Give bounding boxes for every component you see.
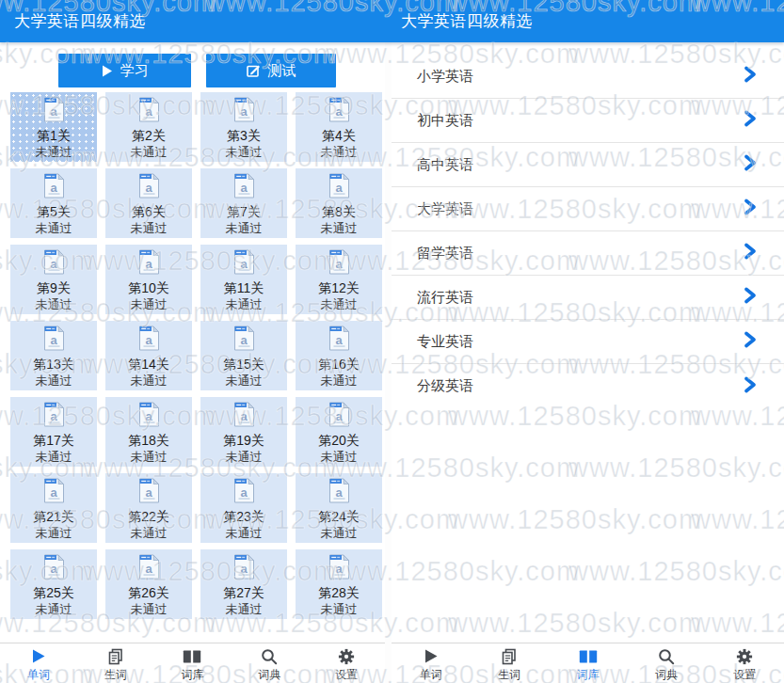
left-tab-search[interactable]: 词典 xyxy=(231,643,308,683)
level-cell[interactable]: a 第4关 未通过 xyxy=(296,92,382,162)
document-icon: a xyxy=(233,173,255,202)
left-tab-gear[interactable]: 设置 xyxy=(308,643,385,683)
screen: 大学英语四级精选 大学英语四级精选 学习 测试 xyxy=(0,0,784,683)
category-row[interactable]: 留学英语 xyxy=(392,231,784,276)
right-tab-search[interactable]: 词典 xyxy=(627,643,705,683)
tab-label: 单词 xyxy=(420,667,442,683)
left-tab-book[interactable]: 词库 xyxy=(154,643,232,683)
category-row[interactable]: 小学英语 xyxy=(392,55,784,99)
svg-text:a: a xyxy=(335,333,343,347)
level-status: 未通过 xyxy=(321,220,358,236)
svg-text:a: a xyxy=(50,104,57,119)
level-cell[interactable]: a 第16关 未通过 xyxy=(296,321,382,390)
pages-icon xyxy=(501,647,518,665)
test-button[interactable]: 测试 xyxy=(206,54,336,87)
category-label: 专业英语 xyxy=(417,333,473,351)
document-icon: a xyxy=(138,402,160,431)
level-name: 第26关 xyxy=(128,585,169,601)
level-name: 第24关 xyxy=(318,509,360,525)
level-status: 未通过 xyxy=(321,373,358,389)
document-icon: a xyxy=(233,97,255,126)
document-icon: a xyxy=(43,554,65,583)
right-tabbar: 单词 生词 词库 词典 设置 xyxy=(392,643,784,683)
chevron-right-icon xyxy=(744,154,757,175)
level-cell[interactable]: a 第15关 未通过 xyxy=(200,321,287,390)
right-tab-pages[interactable]: 生词 xyxy=(470,643,548,683)
document-icon: a xyxy=(138,554,160,583)
right-tab-book[interactable]: 词库 xyxy=(549,643,627,683)
svg-text:a: a xyxy=(145,485,152,500)
level-cell[interactable]: a 第13关 未通过 xyxy=(10,321,97,390)
level-name: 第22关 xyxy=(128,509,169,525)
document-icon: a xyxy=(43,97,65,126)
category-row[interactable]: 分级英语 xyxy=(392,364,784,408)
svg-text:a: a xyxy=(50,257,57,271)
right-tab-play[interactable]: 单词 xyxy=(392,643,470,683)
left-tab-play[interactable]: 单词 xyxy=(0,643,77,683)
document-icon: a xyxy=(43,249,65,278)
level-cell[interactable]: a 第1关 未通过 xyxy=(10,92,97,162)
level-cell[interactable]: a 第11关 未通过 xyxy=(200,245,287,314)
level-status: 未通过 xyxy=(321,449,358,465)
level-name: 第18关 xyxy=(128,433,169,449)
level-cell[interactable]: a 第28关 未通过 xyxy=(296,549,382,619)
svg-text:a: a xyxy=(50,333,57,347)
level-status: 未通过 xyxy=(226,144,263,160)
level-cell[interactable]: a 第7关 未通过 xyxy=(200,168,287,238)
level-cell[interactable]: a 第9关 未通过 xyxy=(10,245,97,314)
level-cell[interactable]: a 第24关 未通过 xyxy=(296,473,382,543)
left-page-title: 大学英语四级精选 xyxy=(14,0,146,42)
category-row[interactable]: 流行英语 xyxy=(392,276,784,320)
tab-label: 设置 xyxy=(335,667,358,683)
category-list: 小学英语 初中英语 高中英语 大学英语 留学英语 xyxy=(392,55,784,408)
level-status: 未通过 xyxy=(226,601,263,617)
level-name: 第17关 xyxy=(33,433,74,449)
level-cell[interactable]: a 第2关 未通过 xyxy=(105,92,192,162)
level-cell[interactable]: a 第25关 未通过 xyxy=(10,549,97,619)
level-name: 第3关 xyxy=(227,128,261,144)
category-row[interactable]: 大学英语 xyxy=(392,187,784,231)
level-cell[interactable]: a 第17关 未通过 xyxy=(10,397,97,467)
left-tabbar: 单词 生词 词库 词典 设置 xyxy=(0,643,385,683)
category-row[interactable]: 专业英语 xyxy=(392,320,784,364)
svg-text:a: a xyxy=(240,333,248,347)
svg-text:a: a xyxy=(240,485,248,500)
level-cell[interactable]: a 第18关 未通过 xyxy=(105,397,192,467)
chevron-right-icon xyxy=(744,66,757,87)
document-icon: a xyxy=(138,478,160,507)
tab-label: 生词 xyxy=(498,667,520,683)
level-cell[interactable]: a 第26关 未通过 xyxy=(105,549,192,619)
level-name: 第19关 xyxy=(223,433,264,449)
level-cell[interactable]: a 第22关 未通过 xyxy=(105,473,192,543)
left-tab-pages[interactable]: 生词 xyxy=(77,643,154,683)
category-row[interactable]: 高中英语 xyxy=(392,143,784,187)
document-icon: a xyxy=(43,173,65,202)
level-name: 第8关 xyxy=(322,204,356,220)
level-cell[interactable]: a 第12关 未通过 xyxy=(296,245,382,314)
svg-text:a: a xyxy=(335,257,343,271)
level-cell[interactable]: a 第21关 未通过 xyxy=(10,473,97,543)
level-cell[interactable]: a 第10关 未通过 xyxy=(105,245,192,314)
document-icon: a xyxy=(138,97,160,126)
level-name: 第20关 xyxy=(318,433,360,449)
level-cell[interactable]: a 第3关 未通过 xyxy=(200,92,287,162)
svg-text:a: a xyxy=(335,104,343,119)
right-tab-gear[interactable]: 设置 xyxy=(706,643,784,683)
svg-text:a: a xyxy=(335,562,343,576)
level-cell[interactable]: a 第20关 未通过 xyxy=(296,397,382,467)
level-name: 第12关 xyxy=(318,280,360,296)
category-label: 小学英语 xyxy=(417,68,473,86)
svg-text:a: a xyxy=(145,257,152,271)
level-cell[interactable]: a 第23关 未通过 xyxy=(200,473,287,543)
level-cell[interactable]: a 第19关 未通过 xyxy=(200,397,287,467)
level-cell[interactable]: a 第8关 未通过 xyxy=(296,168,382,238)
left-panel: 学习 测试 a xyxy=(0,0,385,683)
level-cell[interactable]: a 第27关 未通过 xyxy=(200,549,287,619)
category-row[interactable]: 初中英语 xyxy=(392,99,784,143)
tab-label: 词库 xyxy=(181,667,203,683)
level-cell[interactable]: a 第5关 未通过 xyxy=(10,168,97,238)
level-name: 第9关 xyxy=(37,280,71,296)
level-cell[interactable]: a 第6关 未通过 xyxy=(105,168,192,238)
study-button[interactable]: 学习 xyxy=(58,54,191,87)
level-cell[interactable]: a 第14关 未通过 xyxy=(105,321,192,390)
